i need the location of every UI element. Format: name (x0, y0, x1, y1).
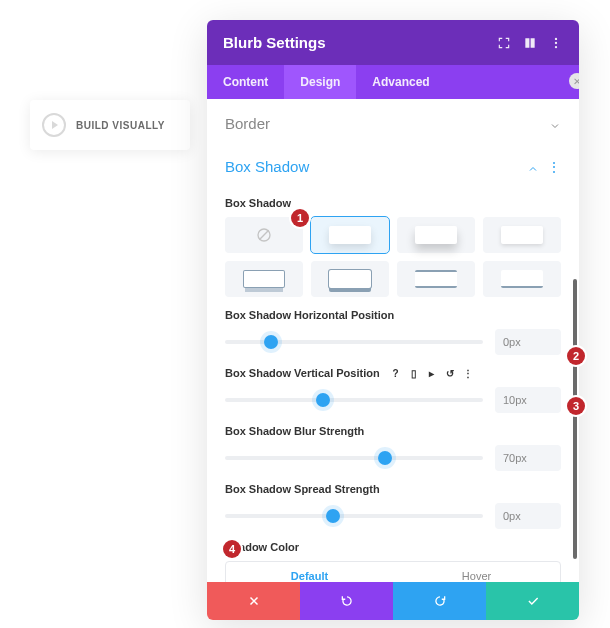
panel-footer (207, 582, 579, 620)
shadow-presets (225, 217, 561, 297)
svg-point-1 (555, 41, 557, 43)
section-border-title: Border (225, 115, 270, 132)
annotation-1: 1 (291, 209, 309, 227)
annotation-2: 2 (567, 347, 585, 365)
shadow-preset-3[interactable] (483, 217, 561, 253)
redo-button[interactable] (393, 582, 486, 620)
spread-slider[interactable] (225, 514, 483, 518)
undo-button[interactable] (300, 582, 393, 620)
section-boxshadow[interactable]: Box Shadow ⋮ (225, 142, 561, 185)
horiz-slider-row: 0px (225, 329, 561, 355)
shadow-color-state: Default Hover (225, 561, 561, 582)
settings-panel: Blurb Settings Content Design Advanced ✕… (207, 20, 579, 620)
tab-design[interactable]: Design (284, 65, 356, 99)
panel-header: Blurb Settings (207, 20, 579, 65)
color-label: Shadow Color (225, 541, 561, 553)
shadow-preset-6[interactable] (397, 261, 475, 297)
expand-icon[interactable] (497, 36, 511, 50)
spread-value[interactable]: 0px (495, 503, 561, 529)
panel-body: Border Box Shadow ⋮ Box Shadow 1 Box Sha… (207, 99, 579, 582)
shadow-preset-7[interactable] (483, 261, 561, 297)
section-more-icon[interactable]: ⋮ (547, 159, 561, 175)
play-icon (42, 113, 66, 137)
seg-default[interactable]: Default (226, 562, 393, 582)
help-icon[interactable]: ? (390, 367, 402, 379)
blur-slider-row: 70px (225, 445, 561, 471)
close-icon[interactable]: ✕ (569, 73, 579, 89)
horiz-label: Box Shadow Horizontal Position (225, 309, 561, 321)
build-visually-label: BUILD VISUALLY (76, 120, 165, 131)
annotation-4: 4 (223, 540, 241, 558)
shadow-preset-4[interactable] (225, 261, 303, 297)
more-vert-icon[interactable]: ⋮ (462, 367, 474, 379)
header-actions (497, 36, 563, 50)
vert-slider-row: 10px (225, 387, 561, 413)
horiz-slider[interactable] (225, 340, 483, 344)
blur-slider[interactable] (225, 456, 483, 460)
chevron-down-icon (549, 118, 561, 130)
vert-option-icons: ? ▯ ▸ ↺ ⋮ (390, 367, 474, 379)
spread-slider-row: 0px (225, 503, 561, 529)
chevron-up-icon (527, 161, 539, 173)
tab-advanced[interactable]: Advanced (356, 65, 445, 99)
svg-point-0 (555, 37, 557, 39)
tabs: Content Design Advanced ✕ (207, 65, 579, 99)
vert-slider[interactable] (225, 398, 483, 402)
columns-icon[interactable] (523, 36, 537, 50)
cursor-icon[interactable]: ▸ (426, 367, 438, 379)
horiz-value[interactable]: 0px (495, 329, 561, 355)
vert-label: Box Shadow Vertical Position ? ▯ ▸ ↺ ⋮ (225, 367, 561, 379)
scrollbar-thumb[interactable] (573, 279, 577, 559)
seg-hover[interactable]: Hover (393, 562, 560, 582)
boxshadow-presets-label: Box Shadow (225, 197, 561, 209)
reset-icon[interactable]: ↺ (444, 367, 456, 379)
more-icon[interactable] (549, 36, 563, 50)
build-visually-card[interactable]: BUILD VISUALLY (30, 100, 190, 150)
shadow-preset-2[interactable] (397, 217, 475, 253)
blur-value[interactable]: 70px (495, 445, 561, 471)
annotation-3: 3 (567, 397, 585, 415)
save-button[interactable] (486, 582, 579, 620)
svg-line-4 (259, 230, 268, 239)
vert-value[interactable]: 10px (495, 387, 561, 413)
device-icon[interactable]: ▯ (408, 367, 420, 379)
section-border[interactable]: Border (225, 99, 561, 142)
spread-label: Box Shadow Spread Strength (225, 483, 561, 495)
svg-point-2 (555, 45, 557, 47)
panel-title: Blurb Settings (223, 34, 326, 51)
shadow-preset-1[interactable] (311, 217, 389, 253)
section-boxshadow-title: Box Shadow (225, 158, 309, 175)
tab-content[interactable]: Content (207, 65, 284, 99)
vert-label-text: Box Shadow Vertical Position (225, 367, 380, 379)
shadow-preset-5[interactable] (311, 261, 389, 297)
cancel-button[interactable] (207, 582, 300, 620)
blur-label: Box Shadow Blur Strength (225, 425, 561, 437)
